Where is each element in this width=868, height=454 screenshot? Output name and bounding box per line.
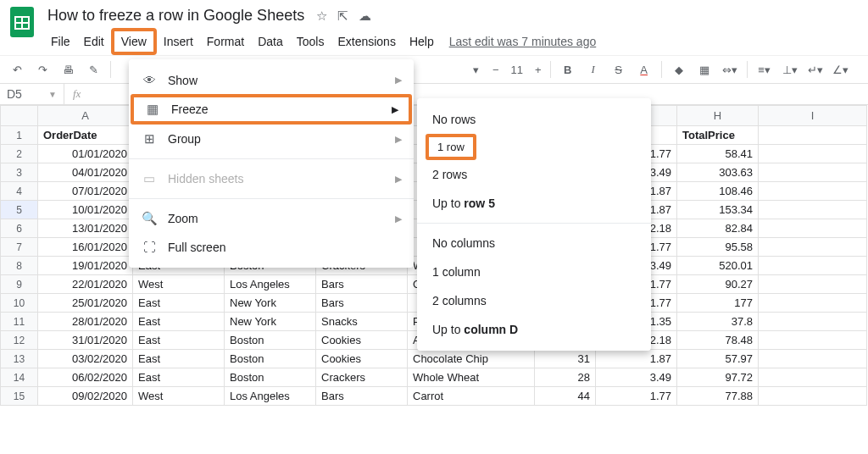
freeze-1-row[interactable]: 1 row: [417, 134, 651, 160]
row-number[interactable]: 11: [1, 313, 38, 331]
cloud-icon[interactable]: ☁: [359, 8, 371, 24]
cell[interactable]: 04/01/2020: [38, 163, 133, 182]
cell[interactable]: 1.77: [596, 387, 677, 406]
cell[interactable]: Bars: [316, 275, 408, 294]
cell[interactable]: 82.84: [677, 219, 759, 238]
cell[interactable]: Cookies: [316, 350, 408, 368]
cell[interactable]: [759, 238, 867, 257]
cell[interactable]: 108.46: [677, 182, 759, 201]
chevron-down-icon[interactable]: ▼: [48, 90, 57, 99]
row-number[interactable]: 13: [1, 350, 38, 368]
cell[interactable]: East: [133, 294, 225, 313]
fill-color-icon[interactable]: ◆: [670, 64, 687, 76]
cell[interactable]: East: [133, 331, 225, 350]
row-number[interactable]: 15: [1, 387, 38, 406]
cell[interactable]: Boston: [225, 368, 316, 387]
cell[interactable]: Cookies: [316, 331, 408, 350]
cell[interactable]: [759, 182, 867, 201]
last-edit-info[interactable]: Last edit was 7 minutes ago: [449, 35, 597, 48]
menu-view[interactable]: View: [111, 28, 157, 55]
cell[interactable]: Boston: [225, 331, 316, 350]
menu-insert[interactable]: Insert: [157, 31, 200, 52]
row-number[interactable]: 14: [1, 368, 38, 387]
cell[interactable]: Snacks: [316, 313, 408, 331]
row-number[interactable]: 9: [1, 275, 38, 294]
cell[interactable]: 1.87: [596, 350, 677, 368]
menu-tools[interactable]: Tools: [290, 31, 331, 52]
view-group[interactable]: ⊞ Group ▶: [129, 125, 414, 153]
cell[interactable]: 57.97: [677, 350, 759, 368]
cell[interactable]: 153.34: [677, 201, 759, 219]
cell[interactable]: 78.48: [677, 331, 759, 350]
strike-icon[interactable]: S: [610, 64, 627, 76]
cell[interactable]: [759, 387, 867, 406]
cell[interactable]: [759, 126, 867, 145]
cell[interactable]: 19/01/2020: [38, 257, 133, 275]
cell[interactable]: [759, 331, 867, 350]
row-number[interactable]: 5: [1, 201, 38, 219]
redo-icon[interactable]: ↷: [34, 64, 51, 76]
name-box[interactable]: D5 ▼: [0, 84, 64, 104]
cell[interactable]: West: [133, 275, 225, 294]
cell[interactable]: 09/02/2020: [38, 387, 133, 406]
menu-help[interactable]: Help: [403, 31, 441, 52]
corner-cell[interactable]: [1, 106, 38, 126]
cell[interactable]: 44: [535, 387, 596, 406]
row-number[interactable]: 10: [1, 294, 38, 313]
menu-file[interactable]: File: [44, 31, 77, 52]
row-number[interactable]: 2: [1, 145, 38, 163]
cell[interactable]: [759, 275, 867, 294]
col-I[interactable]: I: [759, 106, 867, 126]
menu-extensions[interactable]: Extensions: [331, 31, 402, 52]
cell[interactable]: 28: [535, 368, 596, 387]
merge-icon[interactable]: ⇔▾: [721, 64, 738, 76]
cell[interactable]: Chocolate Chip: [408, 350, 535, 368]
freeze-no-rows[interactable]: No rows: [417, 105, 651, 134]
cell[interactable]: 177: [677, 294, 759, 313]
cell[interactable]: OrderDate: [38, 126, 133, 145]
cell[interactable]: East: [133, 350, 225, 368]
star-icon[interactable]: ☆: [316, 8, 327, 24]
cell[interactable]: 13/01/2020: [38, 219, 133, 238]
cell[interactable]: Bars: [316, 387, 408, 406]
freeze-2-columns[interactable]: 2 columns: [417, 286, 651, 315]
font-size-decrease[interactable]: −: [492, 64, 499, 76]
cell[interactable]: 95.58: [677, 238, 759, 257]
view-full-screen[interactable]: ⛶ Full screen: [129, 233, 414, 261]
text-color-icon[interactable]: A: [636, 64, 653, 76]
menu-format[interactable]: Format: [200, 31, 251, 52]
menu-edit[interactable]: Edit: [77, 31, 111, 52]
cell[interactable]: 90.27: [677, 275, 759, 294]
freeze-1-column[interactable]: 1 column: [417, 257, 651, 286]
toolbar-dropdown-icon[interactable]: ▾: [467, 64, 484, 76]
cell[interactable]: [759, 257, 867, 275]
cell[interactable]: 31/01/2020: [38, 331, 133, 350]
cell[interactable]: Crackers: [316, 368, 408, 387]
sheets-logo-icon[interactable]: [8, 5, 36, 39]
cell[interactable]: 303.63: [677, 163, 759, 182]
cell[interactable]: 07/01/2020: [38, 182, 133, 201]
italic-icon[interactable]: I: [585, 63, 602, 76]
cell[interactable]: 03/02/2020: [38, 350, 133, 368]
cell[interactable]: 58.41: [677, 145, 759, 163]
cell[interactable]: Los Angeles: [225, 275, 316, 294]
row-number[interactable]: 8: [1, 257, 38, 275]
row-number[interactable]: 7: [1, 238, 38, 257]
freeze-no-columns[interactable]: No columns: [417, 229, 651, 257]
cell[interactable]: 25/01/2020: [38, 294, 133, 313]
cell[interactable]: 520.01: [677, 257, 759, 275]
cell[interactable]: [759, 313, 867, 331]
view-zoom[interactable]: 🔍 Zoom ▶: [129, 204, 414, 233]
font-size-increase[interactable]: +: [535, 64, 542, 76]
halign-icon[interactable]: ≡▾: [756, 64, 773, 76]
row-number[interactable]: 3: [1, 163, 38, 182]
move-icon[interactable]: ⇱: [337, 8, 348, 24]
cell[interactable]: 37.8: [677, 313, 759, 331]
cell[interactable]: 22/01/2020: [38, 275, 133, 294]
menu-data[interactable]: Data: [251, 31, 290, 52]
cell[interactable]: 16/01/2020: [38, 238, 133, 257]
cell[interactable]: 01/01/2020: [38, 145, 133, 163]
row-number[interactable]: 4: [1, 182, 38, 201]
cell[interactable]: TotalPrice: [677, 126, 759, 145]
col-A[interactable]: A: [38, 106, 133, 126]
